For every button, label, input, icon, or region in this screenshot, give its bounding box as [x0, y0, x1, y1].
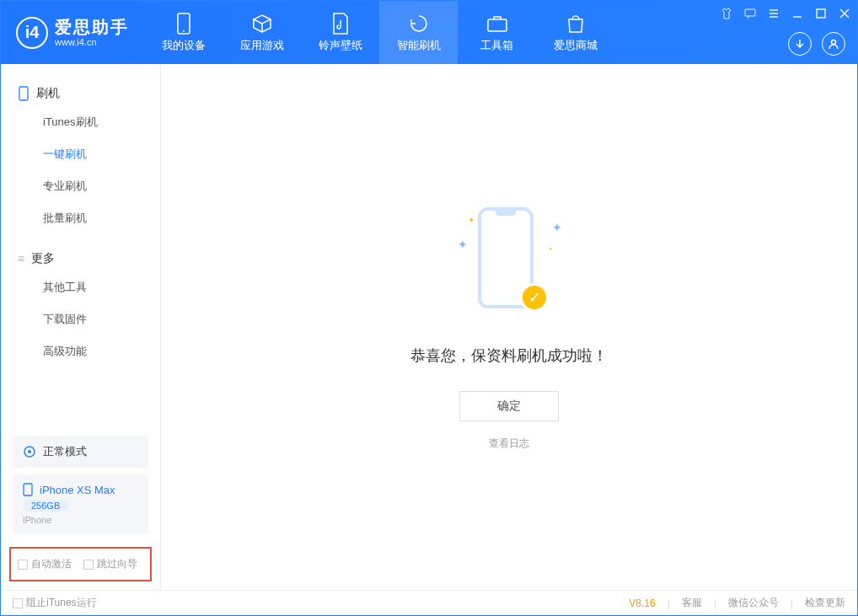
block-itunes-checkbox[interactable]: 阻止iTunes运行: [13, 596, 97, 610]
app-header: i4 爱思助手 www.i4.cn 我的设备 应用游戏 铃声壁纸 智能刷机 工具…: [1, 1, 857, 64]
music-file-icon: [330, 13, 351, 35]
svg-rect-2: [488, 19, 507, 31]
svg-rect-9: [24, 484, 32, 495]
sidebar-item-pro-flash[interactable]: 专业刷机: [1, 170, 160, 202]
tab-toolbox[interactable]: 工具箱: [458, 1, 536, 64]
sidebar-item-oneclick-flash[interactable]: 一键刷机: [1, 138, 160, 170]
mode-icon: [23, 445, 36, 458]
svg-rect-4: [817, 9, 825, 18]
bag-icon: [565, 13, 587, 35]
main-tabs: 我的设备 应用游戏 铃声壁纸 智能刷机 工具箱 爱思商城: [144, 1, 614, 64]
device-info-box[interactable]: iPhone XS Max 256GB iPhone: [13, 474, 148, 533]
maximize-button[interactable]: [813, 6, 829, 21]
header-actions: [788, 32, 845, 56]
sidebar-group-flash: 刷机: [1, 81, 160, 106]
shirt-icon[interactable]: [719, 6, 734, 21]
sidebar-item-advanced[interactable]: 高级功能: [1, 335, 160, 367]
flash-options-highlight: 自动激活 跳过向导: [9, 547, 152, 581]
app-url: www.i4.cn: [55, 37, 129, 48]
svg-rect-6: [19, 87, 28, 100]
phone-icon: [18, 86, 29, 101]
sidebar-group-more: ≡ 更多: [1, 246, 160, 271]
status-bar: 阻止iTunes运行 V8.16 | 客服 | 微信公众号 | 检查更新: [1, 590, 857, 615]
tab-ringtone[interactable]: 铃声壁纸: [301, 1, 379, 64]
svg-point-5: [832, 40, 836, 45]
ok-button[interactable]: 确定: [459, 391, 559, 421]
tab-store[interactable]: 爱思商城: [536, 1, 614, 64]
tab-label: 智能刷机: [397, 38, 441, 53]
list-icon: ≡: [18, 252, 24, 265]
checkbox-label: 跳过向导: [97, 557, 137, 571]
success-illustration: ✦ ● ✦ ● ✓: [454, 204, 564, 322]
cube-icon: [251, 13, 273, 35]
tab-label: 工具箱: [480, 38, 513, 53]
skip-guide-checkbox[interactable]: 跳过向导: [83, 557, 137, 571]
view-log-link[interactable]: 查看日志: [489, 437, 529, 451]
tab-label: 应用游戏: [240, 38, 284, 53]
tab-label: 爱思商城: [554, 38, 598, 53]
tab-flash[interactable]: 智能刷机: [379, 1, 458, 64]
close-button[interactable]: [837, 6, 852, 21]
check-update-link[interactable]: 检查更新: [805, 596, 845, 610]
svg-rect-3: [745, 9, 755, 16]
tab-apps[interactable]: 应用游戏: [223, 1, 301, 64]
minimize-button[interactable]: [790, 6, 805, 21]
phone-small-icon: [23, 483, 33, 496]
refresh-shield-icon: [408, 13, 430, 35]
support-link[interactable]: 客服: [682, 596, 702, 610]
group-title: 刷机: [36, 86, 60, 101]
sidebar-item-batch-flash[interactable]: 批量刷机: [1, 202, 160, 234]
auto-activate-checkbox[interactable]: 自动激活: [18, 557, 72, 571]
logo-icon: i4: [16, 17, 48, 49]
window-controls: [719, 6, 852, 21]
svg-point-8: [28, 450, 31, 453]
tab-label: 我的设备: [162, 38, 206, 53]
tab-my-device[interactable]: 我的设备: [144, 1, 223, 64]
sidebar-item-other-tools[interactable]: 其他工具: [1, 271, 160, 303]
toolbox-icon: [486, 13, 508, 35]
device-mode-label: 正常模式: [43, 444, 87, 459]
device-mode-box[interactable]: 正常模式: [13, 436, 148, 468]
menu-icon[interactable]: [766, 6, 781, 21]
svg-point-1: [183, 30, 185, 32]
success-message: 恭喜您，保资料刷机成功啦！: [410, 345, 608, 366]
device-capacity-badge: 256GB: [23, 500, 68, 512]
download-button[interactable]: [788, 32, 812, 56]
tab-label: 铃声壁纸: [319, 38, 362, 53]
main-content: ✦ ● ✦ ● ✓ 恭喜您，保资料刷机成功啦！ 确定 查看日志: [161, 64, 857, 590]
version-label: V8.16: [629, 597, 655, 609]
app-logo: i4 爱思助手 www.i4.cn: [1, 17, 144, 49]
sidebar: 刷机 iTunes刷机 一键刷机 专业刷机 批量刷机 ≡ 更多 其他工具 下载固…: [1, 64, 161, 590]
check-circle-icon: ✓: [520, 283, 549, 312]
app-title: 爱思助手: [55, 17, 129, 37]
checkbox-label: 自动激活: [31, 557, 72, 571]
device-name-label: iPhone XS Max: [40, 484, 115, 496]
wechat-link[interactable]: 微信公众号: [728, 596, 779, 610]
sidebar-item-download-firmware[interactable]: 下载固件: [1, 303, 160, 335]
device-type-label: iPhone: [23, 515, 138, 525]
checkbox-label: 阻止iTunes运行: [26, 596, 97, 610]
user-button[interactable]: [822, 32, 845, 56]
device-icon: [173, 13, 195, 35]
feedback-icon[interactable]: [743, 6, 758, 21]
sidebar-item-itunes-flash[interactable]: iTunes刷机: [1, 106, 160, 138]
group-title: 更多: [31, 251, 55, 266]
